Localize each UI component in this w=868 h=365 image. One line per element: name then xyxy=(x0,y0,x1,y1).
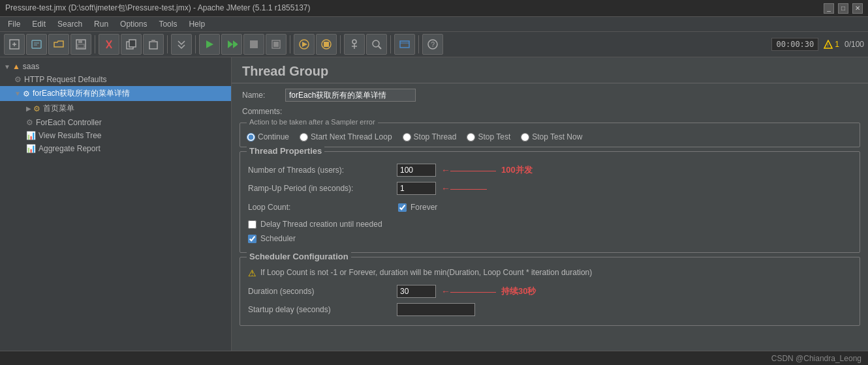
scheduler-row: Scheduler xyxy=(247,231,853,246)
menu-options[interactable]: Options xyxy=(115,18,152,30)
paste-button[interactable] xyxy=(143,34,164,55)
start-button[interactable] xyxy=(199,34,220,55)
menu-edit[interactable]: Edit xyxy=(27,18,51,30)
scheduler-config-section: Scheduler Configuration ⚠ If Loop Count … xyxy=(240,257,860,326)
ramp-up-input[interactable] xyxy=(397,182,436,195)
duration-row: Duration (seconds) ←————— 持续30秒 xyxy=(247,282,853,300)
thread-props-title: Thread Properties xyxy=(247,146,324,156)
stop-now-button[interactable] xyxy=(266,34,287,55)
duration-input[interactable] xyxy=(397,285,436,298)
open-button[interactable] xyxy=(48,34,69,55)
sidebar-item-foreach[interactable]: ▼ ⚙ forEach获取所有的菜单详情 xyxy=(0,86,231,101)
num-threads-input[interactable] xyxy=(397,164,436,177)
scheduler-checkbox[interactable] xyxy=(248,235,256,243)
scheduler-warning-row: ⚠ If Loop Count is not -1 or Forever, du… xyxy=(247,267,853,280)
sidebar-label-homepage: 首页菜单 xyxy=(43,103,74,114)
http-defaults-icon: ⚙ xyxy=(14,75,22,84)
help-button[interactable]: ? xyxy=(422,34,443,55)
menu-tools[interactable]: Tools xyxy=(153,18,182,30)
clear-button[interactable] xyxy=(394,34,415,55)
maximize-button[interactable]: □ xyxy=(838,3,848,14)
sidebar-item-view-results[interactable]: 📊 View Results Tree xyxy=(0,129,231,142)
sched-config-content: ⚠ If Loop Count is not -1 or Forever, du… xyxy=(240,257,860,325)
forever-checkbox-label[interactable]: Forever xyxy=(397,200,439,214)
ramp-arrow-annotation: ←———— xyxy=(441,183,487,194)
comments-label: Comments: xyxy=(242,107,282,116)
progress-display: 0/100 xyxy=(845,40,864,49)
num-threads-row: Number of Threads (users): ←————— 100并发 xyxy=(247,161,853,179)
menu-search[interactable]: Search xyxy=(52,18,87,30)
menu-file[interactable]: File xyxy=(3,18,25,30)
sidebar: ▼ ▲ saas ⚙ HTTP Request Defaults ▼ ⚙ for… xyxy=(0,57,232,361)
radio-stop-test[interactable]: Stop Test xyxy=(467,132,510,141)
svg-text:!: ! xyxy=(828,42,829,48)
threads-arrow-annotation: ←————— xyxy=(441,165,496,175)
start-no-pause-button[interactable] xyxy=(221,34,242,55)
toolbar-sep-7 xyxy=(418,35,419,53)
foreach-icon: ⚙ xyxy=(23,89,30,98)
save-button[interactable] xyxy=(70,34,91,55)
foreach-ctrl-icon: ⚙ xyxy=(26,118,33,127)
sampler-error-section: Action to be taken after a Sampler error… xyxy=(240,123,860,147)
loop-count-label: Loop Count: xyxy=(248,203,392,212)
delay-thread-row: Delay Thread creation until needed xyxy=(247,217,853,231)
svg-point-25 xyxy=(352,40,356,44)
title-bar: Pressure-test.jmx (D:\soft\jmeter包\Press… xyxy=(0,0,868,17)
forever-label: Forever xyxy=(411,203,437,212)
function-helper-button[interactable] xyxy=(344,34,365,55)
toolbar-sep-3 xyxy=(195,35,196,53)
remote-stop-button[interactable] xyxy=(316,34,337,55)
stop-button[interactable] xyxy=(243,34,264,55)
radio-start-next[interactable]: Start Next Thread Loop xyxy=(300,132,392,141)
copy-button[interactable] xyxy=(121,34,142,55)
sidebar-item-homepage[interactable]: ▶ ⚙ 首页菜单 xyxy=(0,101,231,116)
sidebar-label-saas: saas xyxy=(23,62,39,71)
aggregate-icon: 📊 xyxy=(26,144,36,153)
menu-help[interactable]: Help xyxy=(183,18,210,30)
expand-button[interactable] xyxy=(171,34,192,55)
sidebar-item-saas[interactable]: ▼ ▲ saas xyxy=(0,60,231,73)
toolbar-sep-6 xyxy=(390,35,391,53)
delay-checkbox[interactable] xyxy=(248,220,256,229)
warning-count: 1 xyxy=(835,40,839,49)
startup-delay-input[interactable] xyxy=(397,303,475,316)
svg-line-29 xyxy=(379,46,381,49)
close-button[interactable]: ✕ xyxy=(852,3,863,14)
saas-icon: ▲ xyxy=(12,62,20,71)
forever-checkbox[interactable] xyxy=(398,203,407,212)
toolbar: ? 00:00:30 ! 1 0/100 xyxy=(0,32,868,57)
name-label: Name: xyxy=(242,91,281,100)
svg-rect-7 xyxy=(78,40,82,43)
svg-text:?: ? xyxy=(431,41,435,48)
threads-text-annotation: 100并发 xyxy=(501,164,533,176)
template-button[interactable] xyxy=(26,34,47,55)
radio-stop-thread[interactable]: Stop Thread xyxy=(403,132,457,141)
minimize-button[interactable]: _ xyxy=(824,3,834,14)
toolbar-sep-1 xyxy=(95,35,95,53)
sidebar-item-aggregate[interactable]: 📊 Aggregate Report xyxy=(0,142,231,155)
arrow-icon-foreach: ▼ xyxy=(14,90,21,97)
startup-delay-label: Startup delay (seconds) xyxy=(248,305,392,314)
toolbar-sep-4 xyxy=(290,35,290,53)
radio-continue[interactable]: Continue xyxy=(247,132,289,141)
sidebar-label-aggregate: Aggregate Report xyxy=(39,144,101,153)
search-button[interactable] xyxy=(366,34,387,55)
window-controls[interactable]: _ □ ✕ xyxy=(824,3,863,14)
duration-text-annotation: 持续30秒 xyxy=(501,285,536,297)
thread-properties-section: Thread Properties Number of Threads (use… xyxy=(240,151,860,253)
error-action-radio-group: Continue Start Next Thread Loop Stop Thr… xyxy=(247,132,853,141)
sampler-error-title: Action to be taken after a Sampler error xyxy=(247,118,378,126)
new-button[interactable] xyxy=(4,34,25,55)
sidebar-item-foreach-controller[interactable]: ⚙ ForEach Controller xyxy=(0,116,231,129)
radio-stop-test-now[interactable]: Stop Test Now xyxy=(521,132,582,141)
sidebar-item-http-defaults[interactable]: ⚙ HTTP Request Defaults xyxy=(0,73,231,86)
svg-marker-22 xyxy=(302,42,307,47)
num-threads-label: Number of Threads (users): xyxy=(248,166,392,175)
delay-label: Delay Thread creation until needed xyxy=(260,220,382,229)
menu-run[interactable]: Run xyxy=(89,18,114,30)
cut-button[interactable] xyxy=(99,34,119,55)
content-area: Thread Group Name: Comments: Action to b… xyxy=(232,57,868,361)
remote-start-button[interactable] xyxy=(294,34,315,55)
warning-text: If Loop Count is not -1 or Forever, dura… xyxy=(260,268,592,277)
name-input[interactable] xyxy=(285,89,416,102)
